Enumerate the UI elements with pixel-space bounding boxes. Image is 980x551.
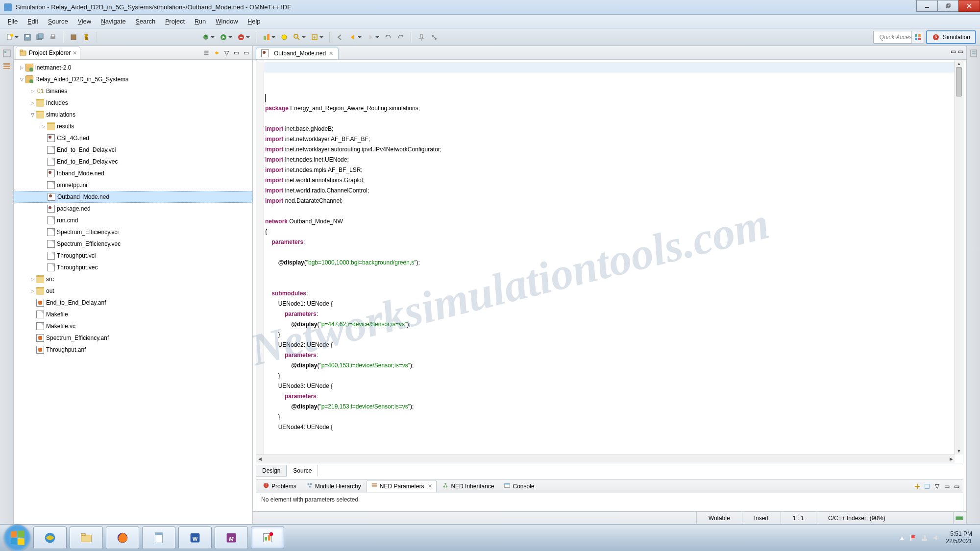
tree-item-end-to-end-delay-vec[interactable]: End_to_End_Delay.vec — [14, 156, 252, 168]
close-button[interactable] — [958, 0, 980, 12]
editor-tab-outband[interactable]: Outband_Mode.ned ✕ — [256, 47, 339, 59]
collapse-all-button[interactable] — [202, 48, 211, 57]
taskbar-notepad[interactable] — [142, 527, 175, 549]
taskbar-word[interactable]: W — [178, 527, 212, 549]
tree-item-inband-mode-ned[interactable]: Inband_Mode.ned — [14, 168, 252, 179]
build-button[interactable] — [68, 31, 79, 43]
bottom-tab-ned-parameters[interactable]: NED Parameters✕ — [367, 480, 437, 492]
run-button[interactable] — [218, 31, 229, 43]
editor-maximize-button[interactable]: ▭ — [958, 48, 963, 55]
menu-help[interactable]: Help — [243, 16, 266, 27]
tree-item-includes[interactable]: Includes — [14, 97, 252, 109]
bottom-tab-console[interactable]: Console — [499, 480, 539, 492]
tree-item-makefile-vc[interactable]: Makefile.vc — [14, 320, 252, 332]
tree-item-end-to-end-delay-anf[interactable]: End_to_End_Delay.anf — [14, 297, 252, 309]
tray-clock[interactable]: 5:51 PM 22/5/2021 — [946, 530, 972, 545]
explorer-close-icon[interactable]: ✕ — [73, 50, 77, 56]
bp-maximize[interactable]: ▭ — [952, 482, 961, 491]
link-button[interactable] — [428, 31, 440, 43]
editor-mode-tab-design[interactable]: Design — [256, 465, 287, 477]
taskbar-explorer[interactable] — [70, 527, 103, 549]
tab-close-icon[interactable]: ✕ — [428, 483, 432, 489]
tree-item-spectrum-efficiency-anf[interactable]: Spectrum_Efficiency.anf — [14, 332, 252, 344]
menu-search[interactable]: Search — [131, 16, 161, 27]
editor-tab-close-icon[interactable]: ✕ — [329, 50, 333, 57]
tree-item-outband-mode-ned[interactable]: Outband_Mode.ned — [14, 191, 252, 203]
minimize-button[interactable] — [916, 0, 938, 12]
taskbar-omnetpp[interactable] — [251, 527, 284, 549]
menu-view[interactable]: View — [73, 16, 97, 27]
new-button[interactable] — [4, 31, 16, 43]
tree-item-relay-aided-d2d-in-5g-systems[interactable]: Relay_Aided_D2D_in_5G_Systems — [14, 73, 252, 85]
nav-last-edit-button[interactable] — [334, 31, 346, 43]
tray-show-hidden-icon[interactable]: ▲ — [899, 534, 905, 541]
find-button[interactable] — [291, 31, 303, 43]
print-button[interactable] — [47, 31, 59, 43]
project-explorer-tab[interactable]: Project Explorer ✕ — [16, 47, 80, 59]
tree-item-throughput-vec[interactable]: Throughput.vec — [14, 262, 252, 273]
save-all-button[interactable] — [34, 31, 46, 43]
menu-source[interactable]: Source — [43, 16, 73, 27]
outline-icon[interactable] — [2, 49, 11, 58]
redo-button[interactable] — [395, 31, 407, 43]
properties-icon[interactable] — [2, 62, 11, 71]
tray-flag-icon[interactable] — [909, 534, 917, 542]
view-menu-button[interactable]: ▽ — [222, 48, 231, 57]
restore-button[interactable] — [937, 0, 959, 12]
validate-button[interactable] — [278, 31, 290, 43]
nav-back-button[interactable] — [347, 31, 359, 43]
status-progress-icon[interactable] — [953, 512, 966, 524]
save-button[interactable] — [22, 31, 33, 43]
tree-item-omnetpp-ini[interactable]: omnetpp.ini — [14, 179, 252, 191]
project-tree[interactable]: inetmanet-2.0Relay_Aided_D2D_in_5G_Syste… — [14, 60, 252, 524]
menu-window[interactable]: Window — [211, 16, 243, 27]
bp-action1[interactable] — [913, 482, 922, 491]
open-perspective-button[interactable] — [911, 31, 924, 44]
perspective-simulation[interactable]: Simulation — [926, 30, 976, 44]
tree-item-run-cmd[interactable]: run.cmd — [14, 215, 252, 226]
tree-item-throughput-anf[interactable]: Throughput.anf — [14, 344, 252, 356]
tree-item-spectrum-efficiency-vci[interactable]: Spectrum_Efficiency.vci — [14, 226, 252, 238]
menu-project[interactable]: Project — [160, 16, 190, 27]
tree-item-out[interactable]: out — [14, 285, 252, 297]
tree-item-makefile[interactable]: Makefile — [14, 309, 252, 320]
tree-item-csi-4g-ned[interactable]: CSI_4G.ned — [14, 132, 252, 144]
zoom-button[interactable] — [309, 31, 320, 43]
new-ned-button[interactable] — [261, 31, 272, 43]
bp-view-menu[interactable]: ▽ — [932, 482, 941, 491]
taskbar-firefox[interactable] — [106, 527, 139, 549]
editor-minimize-button[interactable]: ▭ — [951, 48, 956, 55]
bottom-tab-module-hierarchy[interactable]: Module Hierarchy — [302, 480, 366, 492]
tree-item-end-to-end-delay-vci[interactable]: End_to_End_Delay.vci — [14, 144, 252, 156]
bp-minimize[interactable]: ▭ — [942, 482, 951, 491]
outline-right-icon[interactable] — [969, 49, 978, 58]
debug-button[interactable] — [200, 31, 212, 43]
taskbar-app-m[interactable]: M — [215, 527, 248, 549]
tray-network-icon[interactable] — [921, 534, 929, 542]
bottom-tab-problems[interactable]: !Problems — [258, 480, 301, 492]
tree-item-src[interactable]: src — [14, 273, 252, 285]
tree-item-binaries[interactable]: 010Binaries — [14, 85, 252, 97]
tree-item-package-ned[interactable]: package.ned — [14, 203, 252, 215]
scrollbar-thumb[interactable] — [956, 67, 962, 96]
tree-item-spectrum-efficiency-vec[interactable]: Spectrum_Efficiency.vec — [14, 238, 252, 250]
link-editor-button[interactable] — [212, 48, 221, 57]
editor-mode-tab-source[interactable]: Source — [287, 465, 318, 477]
source-editor[interactable]: package Energy_and_Region_Aware_Routing.… — [264, 60, 963, 463]
menu-run[interactable]: Run — [190, 16, 211, 27]
bp-action2[interactable] — [923, 482, 931, 491]
tree-item-simulations[interactable]: simulations — [14, 109, 252, 120]
taskbar-ie[interactable] — [33, 527, 67, 549]
menu-edit[interactable]: Edit — [23, 16, 43, 27]
tree-item-throughput-vci[interactable]: Throughput.vci — [14, 250, 252, 262]
minimize-view-button[interactable]: ▭ — [232, 48, 241, 57]
menu-file[interactable]: File — [3, 16, 23, 27]
tray-volume-icon[interactable] — [932, 534, 940, 542]
clean-button[interactable] — [80, 31, 92, 43]
bottom-tab-ned-inheritance[interactable]: NED Inheritance — [438, 480, 498, 492]
tree-item-inetmanet-2-0[interactable]: inetmanet-2.0 — [14, 62, 252, 73]
pin-button[interactable] — [416, 31, 427, 43]
maximize-view-button[interactable]: ▭ — [242, 48, 250, 57]
start-button[interactable] — [4, 525, 30, 551]
nav-forward-button[interactable] — [365, 31, 376, 43]
